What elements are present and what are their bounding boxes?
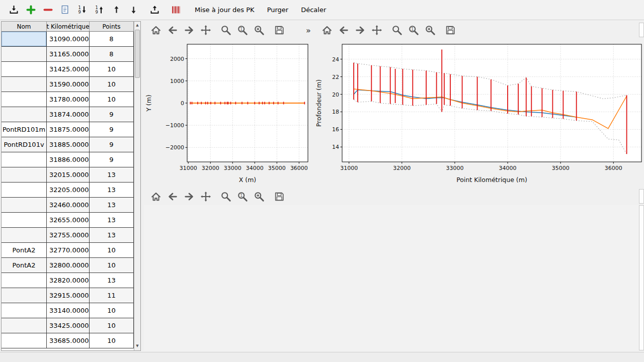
table-cell[interactable]: 13 [90, 183, 134, 198]
table-cell[interactable]: 31875.0000 [47, 122, 90, 137]
table-row[interactable]: 33425.000010 [2, 318, 134, 333]
table-cell[interactable]: 32655.0000 [47, 213, 90, 228]
table-cell[interactable]: 13 [90, 167, 134, 183]
save-button[interactable] [273, 24, 285, 36]
table-cell[interactable] [2, 62, 47, 77]
table-row[interactable]: PontRD101v31885.00009 [2, 137, 134, 152]
purge-button[interactable]: Purger [263, 3, 293, 17]
table-cell[interactable]: 10 [90, 243, 134, 258]
zoom-original-button[interactable] [236, 24, 249, 36]
profile-chart[interactable]: 3100032000330003400035000360001416182022… [314, 40, 644, 186]
scrollbar-track[interactable] [639, 205, 644, 350]
home-button[interactable] [150, 24, 162, 36]
table-cell[interactable] [2, 318, 47, 333]
scroll-down-icon[interactable]: ▼ [134, 344, 140, 348]
table-cell[interactable] [2, 303, 47, 318]
table-cell[interactable]: 32915.0000 [47, 288, 90, 303]
table-cell[interactable]: 10 [90, 303, 134, 318]
table-cell[interactable] [2, 333, 47, 348]
table-cell[interactable] [2, 198, 47, 213]
zoom-in-button[interactable] [253, 24, 265, 36]
table-cell[interactable]: 9 [90, 107, 134, 122]
table-cell[interactable]: PontRD101v [2, 137, 47, 152]
table-cell[interactable]: 33140.0000 [47, 303, 90, 318]
export-button[interactable] [148, 3, 162, 17]
table-cell[interactable]: 31425.0000 [47, 62, 90, 77]
back-button[interactable] [338, 24, 350, 36]
scrollbar-track[interactable] [639, 189, 644, 204]
table-cell[interactable] [2, 273, 47, 288]
scroll-up-icon[interactable]: ▲ [134, 23, 140, 27]
table-cell[interactable]: PontRD101m [2, 122, 47, 137]
table-cell[interactable]: 32800.0000 [47, 258, 90, 273]
forward-button[interactable] [183, 191, 195, 203]
zoom-original-button[interactable] [236, 191, 249, 203]
table-row[interactable]: 31165.00008 [2, 47, 134, 62]
pan-button[interactable] [371, 24, 383, 36]
table-cell[interactable] [2, 152, 47, 167]
table-row[interactable]: 33685.000010 [2, 333, 134, 348]
table-cell[interactable] [2, 213, 47, 228]
table-row[interactable]: 31090.00008 [2, 32, 134, 47]
table-cell[interactable]: 32755.0000 [47, 228, 90, 243]
pan-button[interactable] [200, 191, 212, 203]
table-cell[interactable] [2, 92, 47, 107]
table-cell[interactable]: 13 [90, 213, 134, 228]
table-cell[interactable]: 13 [90, 273, 134, 288]
zoom-in-button[interactable] [424, 24, 436, 36]
add-button[interactable] [24, 3, 38, 17]
table-cell[interactable]: 31885.0000 [47, 137, 90, 152]
table-cell[interactable] [2, 47, 47, 62]
table-cell[interactable]: 32205.0000 [47, 183, 90, 198]
table-cell[interactable]: 31165.0000 [47, 47, 90, 62]
shift-button[interactable]: Décaler [296, 3, 331, 17]
table-row[interactable]: 31780.000010 [2, 92, 134, 107]
trajectory-chart[interactable]: 310003200033000340003500036000−2000−1000… [144, 40, 313, 186]
move-up-button[interactable] [110, 3, 123, 17]
table-cell[interactable]: 8 [90, 47, 134, 62]
toolbar-overflow-chevron[interactable]: » [306, 26, 311, 35]
table-cell[interactable] [2, 288, 47, 303]
table-cell[interactable]: 10 [90, 77, 134, 92]
table-scrollbar[interactable]: ▲ ▼ [134, 22, 140, 350]
table-row[interactable]: 32015.000013 [2, 167, 134, 183]
table-cell[interactable]: 9 [90, 137, 134, 152]
table-cell[interactable]: 10 [90, 92, 134, 107]
column-header-points[interactable]: Points [90, 22, 134, 31]
table-cell[interactable]: 10 [90, 318, 134, 333]
table-cell[interactable]: 31780.0000 [47, 92, 90, 107]
barcode-button[interactable] [169, 3, 183, 17]
zoom-button[interactable] [220, 24, 232, 36]
column-header-nom[interactable]: Nom [2, 22, 47, 31]
forward-button[interactable] [354, 24, 366, 36]
import-button[interactable] [7, 3, 21, 17]
table-row[interactable]: 32820.000013 [2, 273, 134, 288]
table-row[interactable]: PontA232800.000010 [2, 258, 134, 273]
table-cell[interactable]: 11 [90, 288, 134, 303]
scrollbar-thumb[interactable] [135, 30, 140, 78]
forward-button[interactable] [183, 24, 195, 36]
zoom-original-button[interactable] [408, 24, 420, 36]
table-row[interactable]: PontA232770.000010 [2, 243, 134, 258]
table-cell[interactable] [2, 183, 47, 198]
table-row[interactable]: 31425.000010 [2, 62, 134, 77]
zoom-in-button[interactable] [253, 191, 265, 203]
pan-button[interactable] [200, 24, 212, 36]
remove-button[interactable] [41, 3, 55, 17]
table-cell[interactable] [2, 77, 47, 92]
table-row[interactable]: 32205.000013 [2, 183, 134, 198]
table-cell[interactable]: PontA2 [2, 243, 47, 258]
scrollbar-track[interactable] [639, 23, 644, 37]
table-cell[interactable]: 9 [90, 122, 134, 137]
back-button[interactable] [167, 191, 179, 203]
back-button[interactable] [167, 24, 179, 36]
table-row[interactable]: 33140.000010 [2, 303, 134, 318]
table-cell[interactable]: 32820.0000 [47, 273, 90, 288]
table-cell[interactable]: 8 [90, 32, 134, 47]
table-row[interactable]: PontRD101m31875.00009 [2, 122, 134, 137]
update-pk-button[interactable]: Mise à jour des PK [190, 3, 259, 17]
table-cell[interactable]: 32770.0000 [47, 243, 90, 258]
table-cell[interactable]: 31874.0000 [47, 107, 90, 122]
table-cell[interactable]: PontA2 [2, 258, 47, 273]
table-cell[interactable]: 33685.0000 [47, 333, 90, 348]
